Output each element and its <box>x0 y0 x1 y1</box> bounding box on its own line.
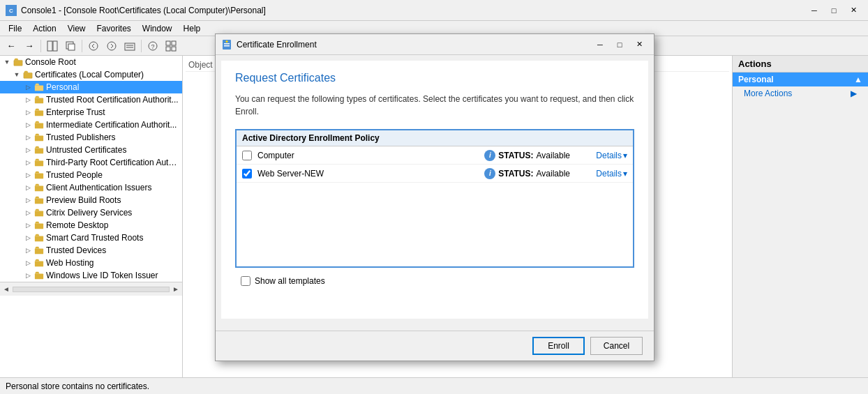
enrollment-empty-space <box>237 183 633 266</box>
dialog-title-bar: Certificate Enrollment ─ □ ✕ <box>216 34 654 55</box>
enrollment-row-webserver: Web Server-NEW i STATUS: Available Detai… <box>237 165 633 183</box>
enrollment-table: Active Directory Enrollment Policy Compu… <box>235 129 634 268</box>
webserver-info-icon[interactable]: i <box>484 168 495 179</box>
computer-details-button[interactable]: Details ▾ <box>596 151 627 160</box>
enroll-button[interactable]: Enroll <box>532 337 585 355</box>
certificate-enrollment-dialog: Certificate Enrollment ─ □ ✕ Request Cer… <box>215 33 654 361</box>
svg-rect-38 <box>224 43 230 45</box>
dialog-title-text: Certificate Enrollment <box>237 40 317 50</box>
show-all-templates-checkbox[interactable] <box>241 276 250 286</box>
svg-point-40 <box>226 40 228 43</box>
request-title: Request Certificates <box>235 72 634 84</box>
webserver-status-value: Available <box>537 169 570 179</box>
webserver-details-arrow: ▾ <box>623 169 627 179</box>
webserver-name: Web Server-NEW <box>257 169 484 179</box>
computer-details-arrow: ▾ <box>623 151 627 160</box>
computer-name: Computer <box>257 151 484 160</box>
computer-info-icon[interactable]: i <box>484 150 495 161</box>
cancel-button[interactable]: Cancel <box>590 337 643 355</box>
dialog-minimize-button[interactable]: ─ <box>591 38 609 52</box>
dialog-footer: Enroll Cancel <box>216 331 654 361</box>
svg-rect-39 <box>224 45 230 47</box>
computer-status-value: Available <box>537 151 570 160</box>
dialog-close-button[interactable]: ✕ <box>630 38 648 52</box>
computer-status-section: i STATUS: Available <box>484 150 596 161</box>
request-description: You can request the following types of c… <box>235 93 634 118</box>
dialog-body: Request Certificates You can request the… <box>221 61 648 319</box>
enrollment-header: Active Directory Enrollment Policy <box>237 130 633 146</box>
show-templates-row: Show all templates <box>235 276 634 286</box>
dialog-maximize-button[interactable]: □ <box>611 38 629 52</box>
computer-status-label: STATUS: <box>498 151 533 160</box>
webserver-details-button[interactable]: Details ▾ <box>596 169 627 179</box>
show-all-templates-label: Show all templates <box>255 276 325 286</box>
enrollment-row-computer: Computer i STATUS: Available Details ▾ <box>237 146 633 165</box>
webserver-status-label: STATUS: <box>498 169 533 179</box>
webserver-checkbox[interactable] <box>242 169 252 179</box>
dialog-overlay: Certificate Enrollment ─ □ ✕ Request Cer… <box>0 0 868 394</box>
dialog-icon <box>221 39 232 50</box>
computer-checkbox[interactable] <box>242 151 252 160</box>
dialog-title-controls: ─ □ ✕ <box>591 38 648 52</box>
webserver-status-section: i STATUS: Available <box>484 168 596 179</box>
